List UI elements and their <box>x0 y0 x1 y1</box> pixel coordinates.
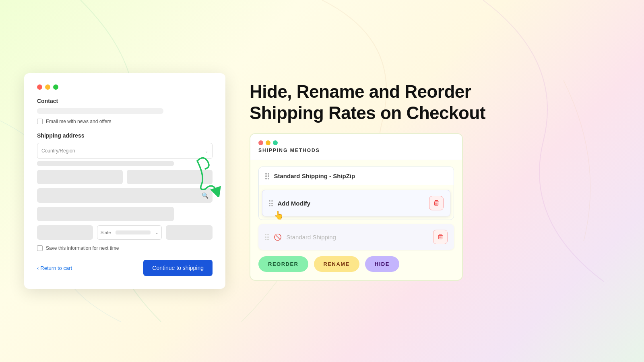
email-input-skeleton <box>37 108 163 114</box>
trash-icon-2 <box>438 234 443 240</box>
state-select[interactable]: State ⌄ <box>97 225 162 240</box>
shipping-methods-title: SHIPPING METHODS <box>258 148 454 153</box>
standard-shipping-shipzip-label: Standard Shipping - ShipZip <box>274 173 448 179</box>
save-info-label: Save this information for next time <box>46 245 119 251</box>
main-content: Contact Email me with news and offers Sh… <box>0 0 644 362</box>
city-skeleton <box>37 225 93 240</box>
state-row: State ⌄ <box>37 225 213 240</box>
headline-line2: Shipping Rates on Checkout <box>250 103 485 124</box>
rename-button[interactable]: RENAME <box>314 256 359 272</box>
add-modify-row: Add Modify 👆 <box>262 190 450 216</box>
email-checkbox[interactable] <box>37 119 43 124</box>
standard-shipping-hidden-label: Standard Shipping <box>287 234 355 241</box>
country-placeholder: Country/Region <box>41 148 75 154</box>
panel-dot-yellow[interactable] <box>266 140 270 145</box>
contact-label: Contact <box>37 98 213 104</box>
right-side: Hide, Rename and Reorder Shipping Rates … <box>250 81 620 281</box>
svg-rect-1 <box>435 200 438 201</box>
headline: Hide, Rename and Reorder Shipping Rates … <box>250 81 485 124</box>
headline-line1: Hide, Rename and Reorder <box>250 81 485 103</box>
state-value-skeleton <box>116 230 150 234</box>
add-modify-label: Add Modify <box>278 200 349 207</box>
shipping-methods-panel: SHIPPING METHODS Standard Shipping - Shi… <box>250 133 463 281</box>
return-label: Return to cart <box>40 265 72 271</box>
checkout-panel: Contact Email me with news and offers Sh… <box>24 73 225 289</box>
first-name-skeleton <box>37 170 123 184</box>
shipping-panel-header: SHIPPING METHODS <box>250 134 462 160</box>
chevron-down-icon: ⌄ <box>205 149 208 153</box>
panel-controls <box>258 140 454 145</box>
email-checkbox-label: Email me with news and offers <box>46 119 111 124</box>
form-actions: ‹ Return to cart Continue to shipping <box>37 260 213 276</box>
save-info-row[interactable]: Save this information for next time <box>37 245 213 251</box>
window-dot-red[interactable] <box>37 84 42 90</box>
nested-drag-handle[interactable] <box>269 200 273 207</box>
reorder-button[interactable]: REORDER <box>258 256 308 272</box>
state-chevron-icon: ⌄ <box>155 230 158 235</box>
hidden-drag-handle[interactable] <box>265 234 269 241</box>
save-info-checkbox[interactable] <box>37 245 43 251</box>
address-search-wrap: 🔍 <box>37 188 213 203</box>
shipping-address-label: Shipping address <box>37 132 213 139</box>
svg-rect-7 <box>439 234 442 234</box>
last-name-skeleton <box>127 170 213 184</box>
left-arrow-icon: ‹ <box>37 265 39 271</box>
country-skeleton <box>37 161 174 166</box>
panel-dot-green[interactable] <box>273 140 278 145</box>
panel-dot-red[interactable] <box>258 140 263 145</box>
zip-skeleton <box>166 225 213 240</box>
email-field-row <box>37 108 213 114</box>
delete-standard-shipping-button[interactable] <box>433 230 448 244</box>
address2-skeleton <box>37 207 174 221</box>
return-to-cart-link[interactable]: ‹ Return to cart <box>37 265 72 271</box>
state-label: State <box>101 230 111 235</box>
list-item: 🚫 Standard Shipping <box>258 224 454 250</box>
hand-pointer-icon: 👆 <box>274 210 284 220</box>
window-controls <box>37 84 213 90</box>
search-icon: 🔍 <box>202 192 208 199</box>
window-dot-green[interactable] <box>53 84 58 90</box>
email-checkbox-row[interactable]: Email me with news and offers <box>37 119 213 124</box>
delete-add-modify-button[interactable] <box>429 196 444 210</box>
trash-icon <box>433 200 439 206</box>
country-select-wrap: Country/Region ⌄ <box>37 143 213 166</box>
shipping-items-list: Standard Shipping - ShipZip Add Modify 👆 <box>250 160 462 256</box>
address2-row <box>37 207 213 221</box>
standard-shipping-row: Standard Shipping - ShipZip <box>259 167 454 185</box>
hide-button[interactable]: HIDE <box>365 256 399 272</box>
shipping-address-section: Shipping address Country/Region ⌄ 🔍 <box>37 132 213 276</box>
window-dot-yellow[interactable] <box>45 84 50 90</box>
name-fields <box>37 170 213 184</box>
action-buttons: REORDER RENAME HIDE <box>250 256 462 280</box>
continue-shipping-button[interactable]: Continue to shipping <box>143 260 213 276</box>
drag-handle[interactable] <box>265 173 269 179</box>
list-item: Standard Shipping - ShipZip Add Modify 👆 <box>258 167 454 220</box>
address-skeleton <box>37 188 213 203</box>
country-select[interactable]: Country/Region ⌄ <box>37 143 213 159</box>
eye-slash-icon: 🚫 <box>274 233 282 241</box>
